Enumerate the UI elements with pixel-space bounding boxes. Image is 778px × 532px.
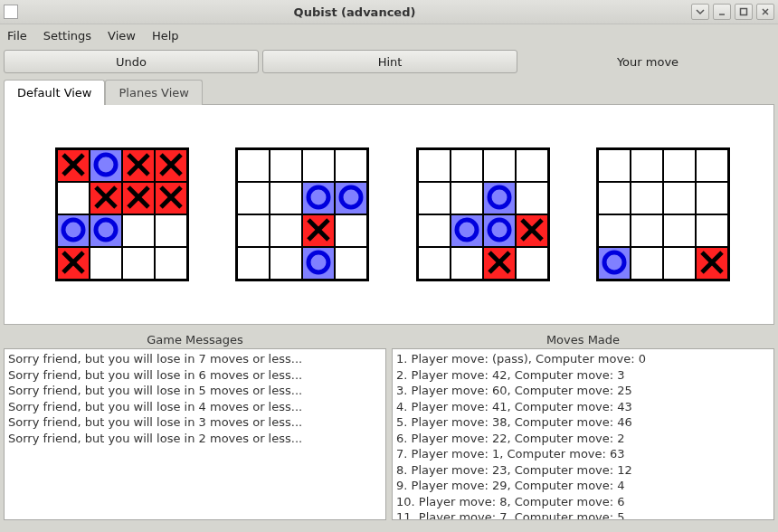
cell-2-3-0[interactable] [418, 247, 451, 280]
cell-2-3-2[interactable] [483, 247, 516, 280]
cell-1-1-1[interactable] [270, 182, 302, 214]
cell-1-0-2[interactable] [302, 149, 335, 182]
cell-1-0-0[interactable] [237, 149, 270, 182]
cell-3-3-3[interactable] [696, 247, 728, 280]
move-row: 9. Player move: 29, Computer move: 4 [396, 478, 770, 494]
cell-1-3-2[interactable] [302, 247, 335, 280]
cell-3-0-2[interactable] [663, 149, 696, 182]
window-down-icon[interactable] [691, 4, 709, 20]
window-close-icon[interactable] [756, 4, 774, 20]
cell-3-1-2[interactable] [663, 182, 696, 214]
window-maximize-icon[interactable] [735, 4, 753, 20]
move-row: 4. Player move: 41, Computer move: 43 [396, 399, 770, 415]
message-row: Sorry friend, but you will lose in 6 mov… [8, 367, 382, 384]
cell-3-0-3[interactable] [696, 149, 728, 182]
move-row: 11. Player move: 7, Computer move: 5 [396, 509, 770, 520]
cell-1-2-1[interactable] [270, 214, 302, 247]
cell-2-0-1[interactable] [451, 149, 483, 182]
menubar: File Settings View Help [0, 24, 778, 47]
cell-0-1-0[interactable] [57, 182, 90, 214]
window-title: Qubist (advanced) [24, 5, 686, 19]
cell-1-0-3[interactable] [335, 149, 367, 182]
cell-2-1-2[interactable] [483, 182, 516, 214]
cell-0-0-3[interactable] [155, 149, 187, 182]
cell-1-0-1[interactable] [270, 149, 302, 182]
cell-3-0-1[interactable] [631, 149, 663, 182]
cell-2-3-3[interactable] [516, 247, 548, 280]
window-minimize-icon[interactable] [713, 4, 731, 20]
cell-3-2-0[interactable] [598, 214, 631, 247]
messages-panel: Game Messages Sorry friend, but you will… [4, 330, 386, 520]
cell-2-0-0[interactable] [418, 149, 451, 182]
menu-help[interactable]: Help [152, 29, 179, 43]
menu-settings[interactable]: Settings [43, 29, 91, 43]
moves-list[interactable]: 1. Player move: (pass), Computer move: 0… [392, 348, 774, 520]
cell-0-1-1[interactable] [90, 182, 122, 214]
cell-0-3-2[interactable] [122, 247, 155, 280]
cell-2-2-3[interactable] [516, 214, 548, 247]
message-row: Sorry friend, but you will lose in 4 mov… [8, 399, 382, 415]
cell-2-2-1[interactable] [451, 214, 483, 247]
undo-button[interactable]: Undo [4, 50, 259, 73]
cell-3-1-3[interactable] [696, 182, 728, 214]
messages-list[interactable]: Sorry friend, but you will lose in 7 mov… [4, 348, 386, 520]
cell-3-1-1[interactable] [631, 182, 663, 214]
cell-3-2-3[interactable] [696, 214, 728, 247]
cell-0-2-3[interactable] [155, 214, 187, 247]
svg-point-17 [63, 220, 83, 240]
move-row: 7. Player move: 1, Computer move: 63 [396, 446, 770, 462]
cell-3-3-2[interactable] [663, 247, 696, 280]
toolbar: Undo Hint Your move [0, 47, 778, 79]
svg-point-28 [489, 220, 509, 240]
move-row: 5. Player move: 38, Computer move: 46 [396, 414, 770, 431]
cell-0-3-3[interactable] [155, 247, 187, 280]
cell-2-3-1[interactable] [451, 247, 483, 280]
menu-view[interactable]: View [108, 29, 136, 43]
cell-0-3-0[interactable] [57, 247, 90, 280]
cell-1-1-3[interactable] [335, 182, 367, 214]
cell-3-3-1[interactable] [631, 247, 663, 280]
moves-panel: Moves Made 1. Player move: (pass), Compu… [392, 330, 774, 520]
cell-1-2-2[interactable] [302, 214, 335, 247]
cell-2-1-1[interactable] [451, 182, 483, 214]
tab-default-view[interactable]: Default View [4, 80, 105, 105]
cell-3-0-0[interactable] [598, 149, 631, 182]
cell-3-2-1[interactable] [631, 214, 663, 247]
cell-2-1-0[interactable] [418, 182, 451, 214]
cell-1-3-1[interactable] [270, 247, 302, 280]
cell-2-1-3[interactable] [516, 182, 548, 214]
cell-1-1-2[interactable] [302, 182, 335, 214]
cell-1-2-0[interactable] [237, 214, 270, 247]
cell-2-2-2[interactable] [483, 214, 516, 247]
cell-0-1-3[interactable] [155, 182, 187, 214]
cell-1-1-0[interactable] [237, 182, 270, 214]
cell-2-0-2[interactable] [483, 149, 516, 182]
cell-0-1-2[interactable] [122, 182, 155, 214]
move-row: 2. Player move: 42, Computer move: 3 [396, 367, 770, 384]
move-row: 8. Player move: 23, Computer move: 12 [396, 462, 770, 479]
cell-0-2-0[interactable] [57, 214, 90, 247]
cell-0-2-1[interactable] [90, 214, 122, 247]
menu-file[interactable]: File [7, 29, 27, 43]
cell-0-3-1[interactable] [90, 247, 122, 280]
cell-1-2-3[interactable] [335, 214, 367, 247]
cell-1-3-0[interactable] [237, 247, 270, 280]
cell-0-0-1[interactable] [90, 149, 122, 182]
svg-point-21 [308, 187, 328, 207]
tabs: Default View Planes View [0, 79, 778, 104]
cell-1-3-3[interactable] [335, 247, 367, 280]
hint-button[interactable]: Hint [262, 50, 517, 73]
svg-point-25 [308, 252, 328, 272]
cell-0-0-0[interactable] [57, 149, 90, 182]
tab-planes-view[interactable]: Planes View [105, 80, 202, 105]
bottom-panels: Game Messages Sorry friend, but you will… [0, 325, 778, 524]
cell-3-3-0[interactable] [598, 247, 631, 280]
cell-0-2-2[interactable] [122, 214, 155, 247]
board-area [4, 104, 774, 325]
cell-2-2-0[interactable] [418, 214, 451, 247]
cell-3-1-0[interactable] [598, 182, 631, 214]
cell-2-0-3[interactable] [516, 149, 548, 182]
cell-3-2-2[interactable] [663, 214, 696, 247]
messages-title: Game Messages [4, 330, 386, 348]
cell-0-0-2[interactable] [122, 149, 155, 182]
